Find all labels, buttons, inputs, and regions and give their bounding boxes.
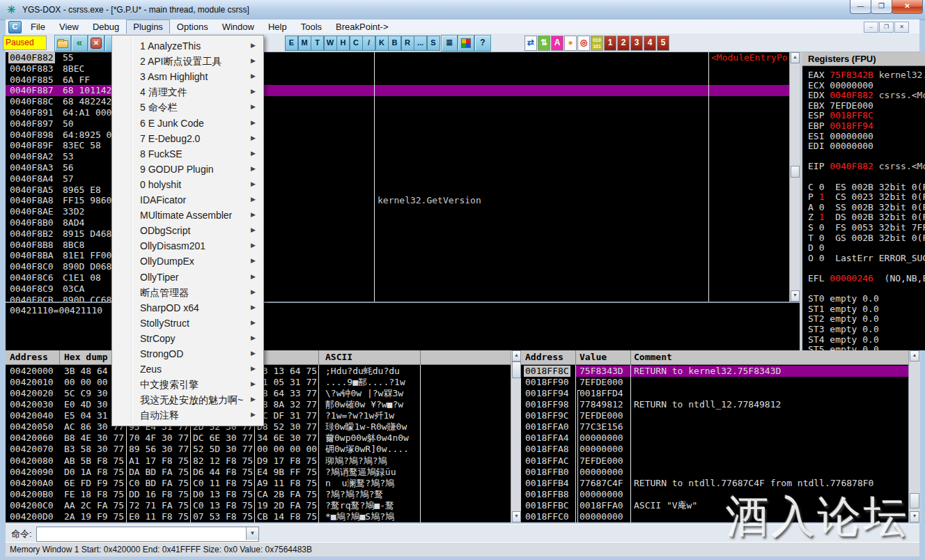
plugins-menu-item[interactable]: 4 清理文件▶ [114,84,261,100]
desktop-button-2[interactable]: 2 [617,36,630,51]
menubar-item-help[interactable]: Help [261,20,294,35]
command-combobox[interactable]: ▼ [36,527,259,542]
plugins-menu-item[interactable]: 1 AnalyzeThis▶ [114,38,261,54]
record-dot-button[interactable]: ● [564,36,577,51]
stack-row[interactable]: 0018FF9C7EFDE000 [521,410,908,421]
window-button-slash[interactable]: / [362,36,375,51]
mdi-minimize-button[interactable]: – [864,22,878,33]
stack-scrollbar[interactable]: ▲ ▼ [908,350,920,522]
window-button-K[interactable]: K [375,36,389,51]
desktop-button-4[interactable]: 4 [644,36,656,51]
menubar-item-tools[interactable]: Tools [294,20,329,35]
dump-row[interactable]: 00420080AB 5B F8 75A1 17 F8 7582 12 F8 7… [6,456,511,467]
mdi-close-button[interactable]: ✕ [894,22,909,33]
menubar-item-breakpoint[interactable]: BreakPoint-> [329,20,396,35]
dump-row[interactable]: 00420090D0 1A F8 75DA BD FA 75D6 44 F8 7… [6,467,511,478]
menubar-item-debug[interactable]: Debug [86,20,126,35]
window-button-dots[interactable]: ... [414,36,427,51]
window-button-E[interactable]: E [285,36,298,51]
scroll-down-icon[interactable]: ▼ [910,511,919,522]
plugins-menu-item[interactable]: StrongOD▶ [114,346,261,361]
plugins-menu-item[interactable]: MUltimate Assembler▶ [114,208,261,223]
plugins-menu-item[interactable]: Zeus▶ [114,361,261,377]
dump-row[interactable]: 004200A06E FD F9 75C0 BD FA 75C0 11 F8 7… [6,478,511,489]
plugins-menu-item[interactable]: SharpOD x64▶ [114,300,261,316]
stack-row[interactable]: 0018FF8C75F8343DRETURN to kernel32.75F83… [521,366,908,377]
command-input[interactable] [38,528,247,540]
plugins-menu-item[interactable]: 0 holyshit▶ [114,177,261,192]
mdi-restore-button[interactable]: ❐ [879,22,894,33]
plugins-menu-item[interactable]: 我这无处安放的魅力啊~▶ [114,392,261,407]
scroll-thumb[interactable] [512,361,521,378]
dump-row[interactable]: 004200C0AA 2C FA 7572 71 FA 75C0 13 F8 7… [6,500,511,511]
window-button-T[interactable]: T [311,36,324,51]
chevron-down-icon[interactable]: ▼ [246,527,258,540]
scroll-up-icon[interactable]: ▲ [910,350,919,361]
dump-row[interactable]: 004200D02A 19 F9 75E0 11 F8 7507 53 F8 7… [6,511,511,522]
menubar-item-window[interactable]: Window [215,20,261,35]
scroll-down-icon[interactable]: ▼ [512,511,521,522]
plugins-menu-item[interactable]: OllyTiper▶ [114,270,261,285]
plugins-menu-item[interactable]: StrCopy▶ [114,331,261,346]
assembler-button[interactable]: A [551,36,563,51]
appearance-grid-button[interactable] [458,35,474,52]
plugins-menu-item[interactable]: 5 命令栏▶ [114,100,261,115]
menubar-item-options[interactable]: Options [170,20,215,35]
plugins-menu-item[interactable]: OllyDumpEx▶ [114,254,261,269]
titlebar[interactable]: ✳ YGS-DOX - csrss.exe - [*G.P.U* - main … [0,0,925,20]
stack-row[interactable]: 0018FF9877849812RETURN to ntdll_12.77849… [521,399,908,410]
scroll-thumb[interactable] [791,166,800,178]
restore-button[interactable]: ❐ [871,0,892,14]
dump-row[interactable]: 004200B0FE 18 F8 75DD 16 F8 75D0 13 F8 7… [6,489,511,500]
window-button-W[interactable]: W [324,36,337,51]
plugins-menu-item[interactable]: StollyStruct▶ [114,316,261,331]
plugins-menu-item[interactable]: 9 GODUP Plugin▶ [114,162,261,177]
target-rings-button[interactable]: ◎ [577,36,590,51]
open-file-button[interactable] [54,35,71,52]
window-button-R[interactable]: R [401,36,414,51]
menubar-item-view[interactable]: View [52,20,86,35]
stack-row[interactable]: 0018FFAC7EFDE000 [521,456,908,467]
menubar-item-file[interactable]: File [24,20,52,35]
window-button-M[interactable]: M [298,36,311,51]
dump-row[interactable]: 00420070B3 58 30 7789 56 30 7752 5D 30 7… [6,444,511,455]
window-button-S[interactable]: S [427,36,440,51]
stack-row[interactable]: 0018FFA400000000 [521,433,908,444]
binary-bits-button[interactable]: 010 101 [591,36,603,51]
stack-row[interactable]: 0018FFA077C3E156 [521,421,908,433]
swap-arrows-button[interactable]: ⇄ [524,36,537,51]
window-button-C[interactable]: C [350,36,363,51]
scroll-thumb[interactable] [910,493,919,508]
plugins-menu-item[interactable]: 7 E-Debug2.0▶ [114,131,261,146]
stack-row[interactable]: 0018FF907EFDE000 [521,377,908,388]
plugins-menu-item[interactable]: 3 Asm Highlight▶ [114,69,261,84]
scroll-up-icon[interactable]: ▲ [512,350,521,361]
plugins-menu-item[interactable]: 中文搜索引擎▶ [114,377,261,392]
column-divider[interactable] [374,52,375,302]
close-button[interactable]: ✕ [892,0,923,14]
plugins-menu-item[interactable]: IDAFicator▶ [114,192,261,208]
desktop-button-1[interactable]: 1 [604,36,616,51]
updown-arrows-button[interactable]: ⇅ [538,36,550,51]
restart-button[interactable]: « [71,35,88,52]
disasm-scrollbar[interactable]: ▲ ▼ [789,52,800,302]
breakpoints-list-button[interactable]: ≣ [441,35,458,52]
dump-scrollbar[interactable]: ▲ ▼ [511,350,522,522]
minimize-button[interactable]: — [850,0,871,14]
plugins-menu-item[interactable]: 8 FuckSE▶ [114,146,261,162]
help-button[interactable]: ? [474,35,491,52]
plugins-menu-item[interactable]: 自动注释▶ [114,407,261,423]
plugins-menu-item[interactable]: OllyDisasm201▶ [114,238,261,254]
scroll-down-icon[interactable]: ▼ [791,290,800,302]
registers-pane[interactable]: Registers (FPU) EAX 75F8342B kernel32.75… [802,52,925,350]
window-button-H[interactable]: H [336,36,350,51]
terminate-button[interactable]: ✕ [88,35,104,52]
plugins-menu-item[interactable]: 6 E Junk Code▶ [114,116,261,131]
scroll-up-icon[interactable]: ▲ [791,52,800,63]
stack-row[interactable]: 0018FFB000000000 [521,467,908,478]
stack-row[interactable]: 0018FFA800000000 [521,444,908,455]
column-divider[interactable] [708,52,709,302]
plugins-menu-item[interactable]: 断点管理器▶ [114,285,261,300]
plugins-menu-item[interactable]: 2 API断点设置工具▶ [114,54,261,69]
menubar-item-plugins[interactable]: Plugins [126,20,170,35]
